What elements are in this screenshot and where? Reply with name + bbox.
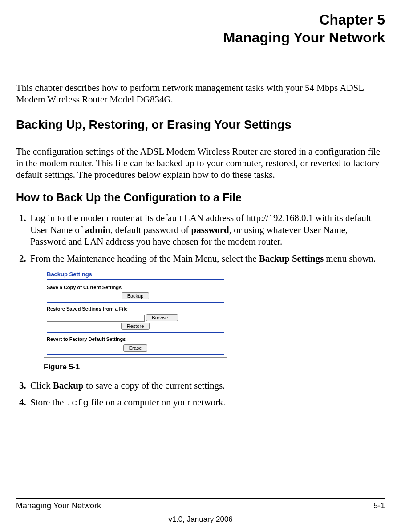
step-3-backup: Backup [53,380,84,391]
revert-label: Revert to Factory Default Settings [47,336,224,343]
step-1: Log in to the modem router at its defaul… [28,212,385,247]
backup-settings-panel: Backup Settings Save a Copy of Current S… [44,269,227,357]
section-rule [16,135,385,135]
erase-button[interactable]: Erase [123,344,148,352]
step-2-text-b: menu shown. [324,253,376,264]
step-4: Store the .cfg file on a computer on you… [28,397,385,409]
step-4-cfg: .cfg [66,398,88,408]
step-2-backup-settings: Backup Settings [259,253,324,264]
chapter-heading: Chapter 5 Managing Your Network [16,11,385,46]
panel-divider-1 [47,302,224,303]
panel-divider-3 [47,354,224,355]
figure-caption: Figure 5-1 [44,362,385,372]
section-heading-backup: Backing Up, Restoring, or Erasing Your S… [16,118,385,132]
step-2: From the Maintenance heading of the Main… [28,253,385,372]
save-copy-label: Save a Copy of Current Settings [47,285,224,291]
restore-label: Restore Saved Settings from a File [47,306,224,312]
page-footer: Managing Your Network 5-1 v1.0, January … [16,498,385,524]
intro-paragraph: This chapter describes how to perform ne… [16,82,385,106]
step-1-text-b: , default password of [110,225,191,235]
restore-button[interactable]: Restore [121,323,150,330]
footer-version: v1.0, January 2006 [16,515,385,524]
step-2-text-a: From the Maintenance heading of the Main… [30,253,259,264]
section-body: The configuration settings of the ADSL M… [16,146,385,181]
step-1-password: password [191,225,229,235]
step-4-text-b: file on a computer on your network. [89,397,226,408]
step-4-text-a: Store the [30,397,66,408]
footer-right: 5-1 [373,501,385,511]
browse-button[interactable]: Browse... [146,314,178,321]
step-3-text-b: to save a copy of the current settings. [84,380,225,391]
panel-rule [47,279,224,280]
footer-left: Managing Your Network [16,501,101,511]
chapter-number: Chapter 5 [16,11,385,29]
panel-divider-2 [47,332,224,333]
footer-rule [16,498,385,499]
steps-list: Log in to the modem router at its defaul… [16,212,385,409]
subsection-heading-howto: How to Back Up the Configuration to a Fi… [16,191,385,204]
chapter-title: Managing Your Network [16,29,385,46]
step-1-admin: admin [85,225,110,235]
backup-button[interactable]: Backup [122,292,150,299]
figure-5-1: Backup Settings Save a Copy of Current S… [44,269,385,372]
step-3: Click Backup to save a copy of the curre… [28,380,385,391]
panel-title: Backup Settings [47,271,224,278]
step-3-text-a: Click [30,380,53,391]
restore-file-input[interactable] [47,315,145,322]
